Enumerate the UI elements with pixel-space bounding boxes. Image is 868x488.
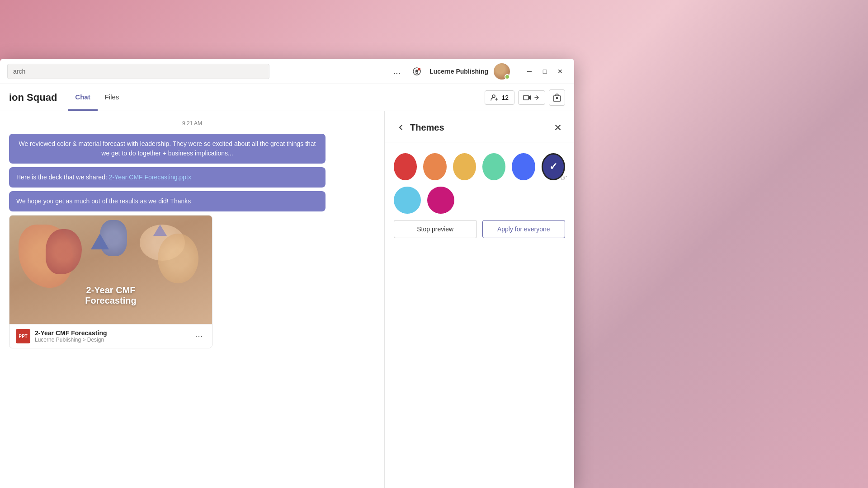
file-preview-image: 2-Year CMF Forecasting <box>9 216 212 324</box>
message-timestamp: 9:21 AM <box>9 120 375 127</box>
org-name: Lucerne Publishing <box>429 68 488 75</box>
chat-area: 9:21 AM We reviewed color & material for… <box>0 111 384 488</box>
file-name: 2-Year CMF Forecasting <box>35 329 188 337</box>
search-bar[interactable]: arch <box>7 64 269 79</box>
swatch-magenta[interactable] <box>427 187 454 214</box>
apply-for-everyone-button[interactable]: Apply for everyone <box>482 220 566 238</box>
more-options-button[interactable]: ... <box>389 64 404 78</box>
file-more-button[interactable]: ⋯ <box>192 329 206 343</box>
titlebar-left: arch <box>7 64 389 79</box>
swatch-red[interactable] <box>394 153 417 180</box>
file-info: 2-Year CMF Forecasting Lucerne Publishin… <box>35 329 188 343</box>
members-count: 12 <box>501 94 509 101</box>
stop-preview-button[interactable]: Stop preview <box>394 220 477 238</box>
title-bar: arch ... Lucerne Publishing ─ □ <box>0 59 574 84</box>
file-footer: PPT 2-Year CMF Forecasting Lucerne Publi… <box>9 324 212 348</box>
maximize-button[interactable]: □ <box>538 65 552 78</box>
svg-point-2 <box>492 95 495 98</box>
themes-body: ✓ ☞ Stop preview Apply for everyone <box>385 142 574 488</box>
tab-chat[interactable]: Chat <box>68 84 97 111</box>
close-button[interactable]: ✕ <box>553 65 567 78</box>
swatch-dark-blue[interactable]: ✓ ☞ <box>542 153 565 180</box>
message-3: We hope you get as much out of the resul… <box>9 191 326 211</box>
themes-back-button[interactable] <box>394 120 408 135</box>
swatch-yellow-orange[interactable] <box>453 153 476 180</box>
share-button[interactable] <box>549 89 565 106</box>
channel-tabs: Chat Files <box>68 84 126 111</box>
swatch-orange[interactable] <box>423 153 446 180</box>
svg-point-1 <box>418 68 420 70</box>
search-text: arch <box>13 68 25 75</box>
powerpoint-icon: PPT <box>16 329 30 343</box>
main-content: 9:21 AM We reviewed color & material for… <box>0 111 574 488</box>
themes-title: Themes <box>410 122 551 133</box>
svg-rect-3 <box>524 95 528 100</box>
message-1: We reviewed color & material forecast wi… <box>9 134 326 164</box>
messages-container[interactable]: 9:21 AM We reviewed color & material for… <box>0 111 384 488</box>
file-card: 2-Year CMF Forecasting PPT 2-Year CMF Fo… <box>9 215 375 348</box>
titlebar-right: ... Lucerne Publishing ─ □ ✕ <box>389 63 567 80</box>
svg-rect-5 <box>556 97 558 99</box>
color-row-2 <box>394 187 565 214</box>
members-button[interactable]: 12 <box>485 90 514 105</box>
channel-header: ion Squad Chat Files 12 <box>0 84 574 111</box>
swatch-blue[interactable] <box>512 153 535 180</box>
window-controls: ─ □ ✕ <box>523 65 567 78</box>
message-2: Here is the deck that we shared: 2-Year … <box>9 167 326 188</box>
cursor-indicator: ☞ <box>560 173 567 183</box>
video-button[interactable] <box>518 90 545 105</box>
themes-panel: Themes ✓ ☞ <box>384 111 574 488</box>
tab-files[interactable]: Files <box>98 84 127 111</box>
swatch-mint[interactable] <box>482 153 505 180</box>
themes-buttons: Stop preview Apply for everyone <box>394 220 565 238</box>
swatch-light-blue[interactable] <box>394 187 421 214</box>
file-path: Lucerne Publishing > Design <box>35 337 188 343</box>
file-preview-title: 2-Year CMF Forecasting <box>85 285 136 306</box>
themes-header: Themes <box>385 111 574 142</box>
teams-window: arch ... Lucerne Publishing ─ □ <box>0 59 574 488</box>
avatar-status <box>505 74 510 80</box>
minimize-button[interactable]: ─ <box>523 65 536 78</box>
channel-actions: 12 <box>485 89 565 106</box>
file-preview-card[interactable]: 2-Year CMF Forecasting PPT 2-Year CMF Fo… <box>9 215 212 348</box>
notifications-button[interactable] <box>410 64 424 79</box>
avatar[interactable] <box>494 63 510 80</box>
file-link[interactable]: 2-Year CMF Forecasting.pptx <box>109 174 191 181</box>
channel-name: ion Squad <box>9 92 57 103</box>
themes-close-button[interactable] <box>551 120 565 135</box>
selected-checkmark: ✓ <box>549 161 557 173</box>
color-row-1: ✓ ☞ <box>394 153 565 180</box>
